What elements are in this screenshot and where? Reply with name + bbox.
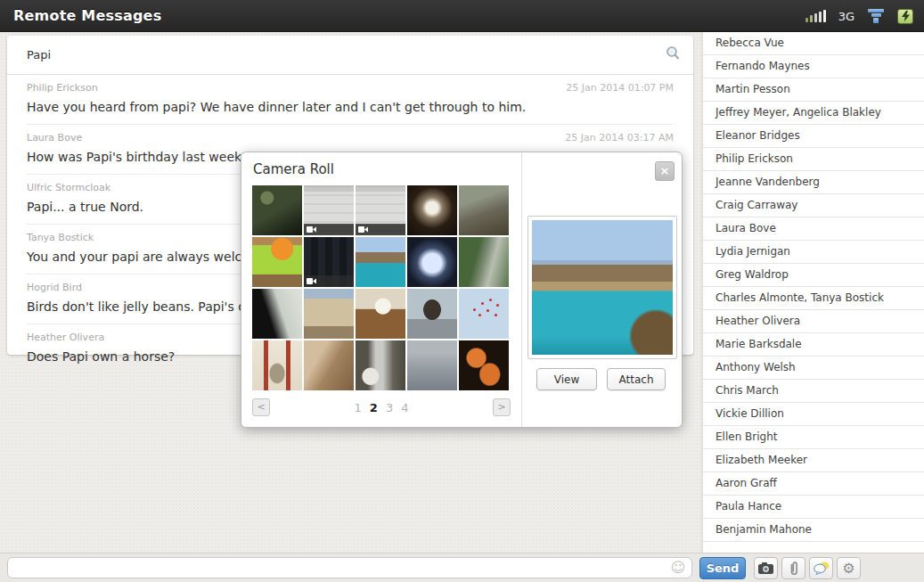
prev-page-button[interactable]: < <box>252 398 270 416</box>
attach-button[interactable]: Attach <box>607 368 666 390</box>
contact-row[interactable]: Eleanor Bridges <box>703 125 924 148</box>
preview-frame <box>527 216 677 359</box>
thumb-forest-thicket[interactable] <box>252 185 302 235</box>
thumb-green-drink-orange-slice[interactable] <box>252 237 302 287</box>
message-timestamp: 25 Jan 2014 03:17 AM <box>565 132 674 143</box>
thumb-airshow-red-jets[interactable] <box>459 289 509 339</box>
settings-button[interactable]: ⚙ <box>837 557 861 579</box>
thumb-cat-lying[interactable] <box>304 340 354 390</box>
conversations-button[interactable] <box>809 557 833 579</box>
search-input[interactable] <box>27 48 665 61</box>
message-sender: Laura Bove <box>27 132 82 143</box>
message-sender: Heather Olivera <box>27 332 104 343</box>
contact-row[interactable]: Anthony Welsh <box>703 357 924 380</box>
thumb-white-bird-night[interactable] <box>407 185 457 235</box>
contact-row[interactable]: Craig Carraway <box>703 194 924 217</box>
thumb-notes-screenshot-video[interactable] <box>304 185 354 235</box>
app-title: Remote Messages <box>0 7 161 24</box>
pagination: < 1 2 3 4 > <box>252 398 511 416</box>
magnifier-icon[interactable] <box>665 45 681 65</box>
dialog-title: Camera Roll <box>253 161 511 177</box>
camera-roll-dialog: Camera Roll <box>241 152 683 428</box>
contact-row[interactable]: Laura Bove <box>703 217 924 241</box>
page-number[interactable]: 3 <box>386 401 393 414</box>
video-badge-icon <box>356 224 405 235</box>
message-sender: Tanya Bostick <box>27 232 94 243</box>
message-text: Have you heard from papi? We have dinner… <box>27 100 674 114</box>
contact-row[interactable]: Rebecca Vue <box>703 32 924 55</box>
thumb-cathedral[interactable] <box>304 289 354 339</box>
contact-row[interactable]: Paula Hance <box>703 496 924 519</box>
contact-row[interactable]: Martin Pesson <box>703 78 924 102</box>
message-row[interactable]: Philip Erickson 25 Jan 2014 01:07 PM Hav… <box>27 75 674 125</box>
page-number[interactable]: 4 <box>401 401 408 414</box>
contact-row[interactable]: Greg Waldrop <box>703 264 924 287</box>
contact-row[interactable]: Jeanne Vandenberg <box>703 171 924 194</box>
send-button[interactable]: Send <box>699 557 746 579</box>
thumb-keyboard-dark-video[interactable] <box>304 237 354 287</box>
contact-row[interactable]: Philip Erickson <box>703 148 924 171</box>
composer-bar: ☺ Send ⚙ <box>0 553 924 582</box>
contact-list: Rebecca Vue Fernando Maynes Martin Pesso… <box>703 32 924 542</box>
attach-file-button[interactable] <box>781 557 805 579</box>
wifi-icon <box>867 9 885 23</box>
contact-row[interactable]: Chris March <box>703 380 924 403</box>
network-type-label: 3G <box>838 10 854 23</box>
thumb-computer-screen[interactable] <box>407 237 457 287</box>
camera-roll-grid-pane: Camera Roll <box>241 152 522 427</box>
status-cluster: 3G <box>805 0 913 32</box>
contact-row[interactable]: Jeffrey Meyer, Angelica Blakley <box>703 102 924 125</box>
signal-bars-icon <box>805 10 826 22</box>
close-icon[interactable]: × <box>655 161 675 181</box>
thumb-coffee-urn[interactable] <box>356 340 405 390</box>
camera-button[interactable] <box>754 557 778 579</box>
battery-charging-icon <box>897 9 913 24</box>
thumb-tank[interactable] <box>459 185 509 235</box>
camera-roll-preview-pane: × View Attach <box>522 152 682 427</box>
thumb-cat-on-red-chair[interactable] <box>252 340 302 390</box>
thumb-coastline-bay[interactable] <box>356 237 405 287</box>
contacts-sidebar: Rebecca Vue Fernando Maynes Martin Pesso… <box>703 32 924 553</box>
contact-row[interactable]: Fernando Maynes <box>703 55 924 78</box>
chat-bubbles-icon <box>814 562 830 575</box>
message-sender: Hogrid Bird <box>27 282 82 293</box>
contact-row[interactable]: Lydia Jernigan <box>703 241 924 264</box>
page-number[interactable]: 1 <box>355 401 362 414</box>
video-badge-icon <box>304 224 354 235</box>
search-row <box>7 36 693 75</box>
gear-icon: ⚙ <box>842 562 854 576</box>
contact-row[interactable]: Ellen Bright <box>703 426 924 449</box>
page-number-active[interactable]: 2 <box>370 401 378 414</box>
next-page-button[interactable]: > <box>493 398 511 416</box>
paperclip-icon <box>789 561 799 576</box>
message-timestamp: 25 Jan 2014 01:07 PM <box>566 82 674 94</box>
compose-input[interactable] <box>8 562 668 575</box>
contact-row[interactable]: Elizabeth Meeker <box>703 449 924 472</box>
view-button[interactable]: View <box>536 368 597 390</box>
page-numbers: 1 2 3 4 <box>355 401 409 414</box>
thumb-tea-set[interactable] <box>356 289 405 339</box>
thumb-pizza-pair[interactable] <box>459 340 509 390</box>
thumb-city-aerial[interactable] <box>407 340 457 390</box>
thumb-forest-cliff[interactable] <box>459 237 509 287</box>
titlebar: Remote Messages 3G <box>0 0 924 32</box>
contact-row[interactable]: Aaron Graff <box>703 472 924 496</box>
compose-field-wrap: ☺ <box>7 557 692 578</box>
contact-row[interactable]: Heather Olivera <box>703 310 924 333</box>
camera-icon <box>758 562 773 574</box>
thumb-face-silhouette[interactable] <box>252 289 302 339</box>
message-sender: Philip Erickson <box>27 82 98 94</box>
contact-row[interactable]: Vickie Dillion <box>703 403 924 426</box>
thumb-notes-screenshot-video-2[interactable] <box>356 185 405 235</box>
emoji-icon[interactable]: ☺ <box>668 558 688 578</box>
contact-row[interactable]: Benjamin Mahone <box>703 519 924 542</box>
thumbnail-grid <box>252 185 511 390</box>
thumb-equestrian-statue[interactable] <box>407 289 457 339</box>
contact-row[interactable]: Marie Barksdale <box>703 333 924 357</box>
preview-image-coastline-bay <box>532 220 673 355</box>
video-badge-icon <box>304 275 354 287</box>
message-sender: Ulfric Stormcloak <box>27 182 110 193</box>
contact-row[interactable]: Charles Almonte, Tanya Bostick <box>703 287 924 310</box>
